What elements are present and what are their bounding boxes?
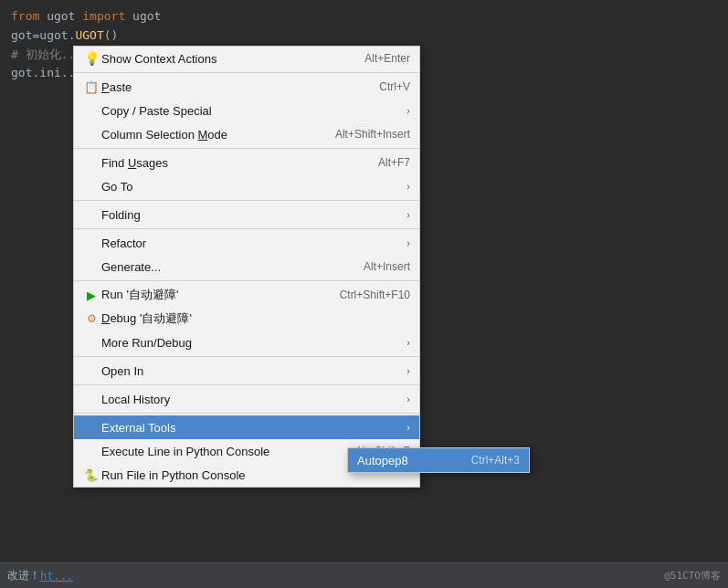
menu-label-refactor: Refactor <box>101 236 403 250</box>
code-line-1: from ugot import ugot <box>11 7 717 26</box>
code-line-2: got = ugot . UGOT () <box>11 26 717 46</box>
bottom-link[interactable]: ht... <box>40 570 73 583</box>
shortcut-ctrl-alt-3: Ctrl+Alt+3 <box>471 454 520 467</box>
separator-2 <box>74 148 419 149</box>
bulb-icon: 💡 <box>81 51 101 66</box>
menu-label-generate: Generate... <box>101 260 345 274</box>
python-icon: 🐍 <box>81 468 101 482</box>
menu-item-run[interactable]: ▶ Run '自动避障' Ctrl+Shift+F10 <box>74 283 419 307</box>
shortcut-alt-enter: Alt+Enter <box>364 52 410 65</box>
menu-item-paste[interactable]: 📋 Paste Ctrl+V <box>74 75 419 99</box>
arrow-icon-external-tools: › <box>406 422 410 433</box>
menu-label-external-tools: External Tools <box>101 421 403 435</box>
menu-label-copy-paste-special: Copy / Paste Special <box>101 104 403 118</box>
run-icon: ▶ <box>81 289 101 302</box>
shortcut-alt-shift-insert: Alt+Shift+Insert <box>335 128 410 141</box>
arrow-icon-more-run: › <box>406 337 410 348</box>
debug-icon: ⚙ <box>81 312 101 325</box>
separator-8 <box>74 413 419 414</box>
menu-label-open-in: Open In <box>101 364 403 378</box>
bottom-text: 改进！ <box>7 568 40 583</box>
menu-item-more-run-debug[interactable]: More Run/Debug › <box>74 331 419 354</box>
menu-label-local-history: Local History <box>101 393 403 406</box>
menu-label-find-usages: Find Usages <box>101 156 360 170</box>
shortcut-alt-insert: Alt+Insert <box>364 260 410 273</box>
arrow-icon-open-in: › <box>406 365 410 376</box>
menu-label-paste: Paste <box>101 80 361 94</box>
menu-item-go-to[interactable]: Go To › <box>74 174 419 198</box>
arrow-icon-refactor: › <box>406 237 410 248</box>
separator-7 <box>74 384 419 385</box>
watermark: @51CTO博客 <box>664 569 721 583</box>
menu-label-run: Run '自动避障' <box>101 287 322 303</box>
menu-item-column-selection[interactable]: Column Selection Mode Alt+Shift+Insert <box>74 122 419 146</box>
separator-5 <box>74 280 419 281</box>
submenu-label-autopep8: Autopep8 <box>357 454 464 467</box>
separator-6 <box>74 356 419 357</box>
shortcut-ctrl-shift-f10: Ctrl+Shift+F10 <box>340 289 410 301</box>
submenu-item-autopep8[interactable]: Autopep8 Ctrl+Alt+3 <box>348 448 529 472</box>
arrow-icon-local-history: › <box>406 394 410 404</box>
menu-label-show-context-actions: Show Context Actions <box>101 52 346 66</box>
menu-item-debug[interactable]: ⚙ Debug '自动避障' <box>74 307 419 331</box>
separator-4 <box>74 228 419 229</box>
bottom-bar: 改进！ ht... @51CTO博客 <box>0 562 728 588</box>
menu-label-execute-line: Execute Line in Python Console <box>101 445 337 458</box>
arrow-icon-folding: › <box>406 209 410 220</box>
shortcut-ctrl-v: Ctrl+V <box>379 80 410 93</box>
menu-label-folding: Folding <box>101 208 403 222</box>
context-menu: 💡 Show Context Actions Alt+Enter 📋 Paste… <box>73 46 420 488</box>
external-tools-submenu: Autopep8 Ctrl+Alt+3 <box>347 447 530 473</box>
menu-item-folding[interactable]: Folding › <box>74 203 419 226</box>
separator-3 <box>74 200 419 201</box>
menu-item-find-usages[interactable]: Find Usages Alt+F7 <box>74 151 419 174</box>
menu-label-go-to: Go To <box>101 180 403 194</box>
menu-label-debug: Debug '自动避障' <box>101 310 410 327</box>
arrow-icon-go-to: › <box>406 181 410 192</box>
menu-item-generate[interactable]: Generate... Alt+Insert <box>74 255 419 278</box>
menu-item-show-context-actions[interactable]: 💡 Show Context Actions Alt+Enter <box>74 47 419 70</box>
paste-icon: 📋 <box>81 80 101 94</box>
menu-item-local-history[interactable]: Local History › <box>74 387 419 411</box>
menu-item-copy-paste-special[interactable]: Copy / Paste Special › <box>74 99 419 122</box>
shortcut-alt-f7: Alt+F7 <box>378 156 410 169</box>
menu-label-column-selection: Column Selection Mode <box>101 128 317 142</box>
menu-item-open-in[interactable]: Open In › <box>74 359 419 383</box>
arrow-icon-copy-paste: › <box>406 105 410 116</box>
separator-1 <box>74 72 419 73</box>
menu-item-refactor[interactable]: Refactor › <box>74 231 419 255</box>
menu-item-external-tools[interactable]: External Tools › <box>74 415 419 439</box>
menu-label-more-run-debug: More Run/Debug <box>101 336 403 350</box>
